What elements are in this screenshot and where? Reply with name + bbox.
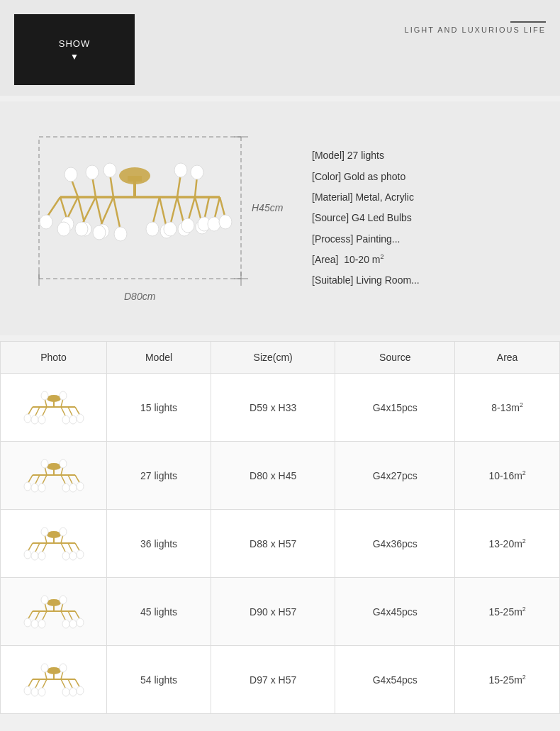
svg-point-134 [69, 620, 77, 628]
svg-point-75 [77, 414, 84, 423]
lamp-thumbnail [22, 655, 86, 705]
table-row: 27 lightsD80 x H45G4x27pcs10-16m2 [1, 442, 560, 510]
svg-point-43 [114, 227, 127, 241]
svg-point-52 [219, 215, 232, 229]
svg-point-133 [62, 620, 69, 628]
table-cell-photo [1, 374, 107, 442]
svg-point-113 [62, 552, 69, 560]
svg-point-40 [75, 222, 88, 236]
table-cell-model: 27 lights [107, 442, 211, 510]
svg-rect-139 [51, 671, 57, 674]
svg-point-71 [31, 415, 38, 424]
svg-point-53 [65, 167, 77, 182]
table-cell-area: 13-20m2 [455, 510, 560, 578]
svg-point-136 [41, 596, 48, 604]
svg-point-93 [62, 484, 69, 492]
table-cell-photo [1, 510, 107, 578]
svg-point-110 [24, 550, 31, 559]
svg-rect-119 [51, 603, 57, 606]
svg-point-77 [60, 391, 67, 400]
svg-point-157 [60, 664, 67, 672]
table-cell-size: D59 x H33 [211, 374, 335, 442]
svg-point-73 [62, 415, 69, 424]
svg-text:H45cm: H45cm [252, 202, 284, 213]
svg-point-91 [31, 484, 38, 492]
table-row: 54 lightsD97 x H57G4x54pcs15-25m2 [1, 646, 560, 714]
svg-line-21 [113, 197, 121, 230]
svg-point-130 [24, 618, 31, 627]
svg-point-90 [24, 482, 31, 491]
svg-line-22 [152, 197, 159, 225]
svg-point-150 [24, 686, 31, 695]
brand-text: LIGHT AND LUXURIOUS LIFE [405, 26, 546, 34]
table-section: Photo Model Size(cm) Source Area [0, 341, 560, 714]
spec-process: [Process] Painting... [312, 229, 539, 250]
product-image-area: H45cm D80cm [21, 116, 291, 321]
product-chandelier-image: H45cm D80cm [21, 116, 291, 321]
svg-rect-59 [51, 398, 57, 401]
svg-point-112 [38, 552, 45, 560]
svg-point-74 [69, 415, 77, 424]
table-cell-area: 15-25m2 [455, 578, 560, 646]
svg-point-70 [24, 414, 31, 423]
svg-line-23 [159, 197, 167, 228]
svg-point-92 [38, 484, 45, 492]
spec-model: [Model] 27 lights [312, 145, 539, 166]
svg-point-152 [38, 688, 45, 696]
top-section: SHOW ▼ LIGHT AND LUXURIOUS LIFE [0, 0, 560, 96]
table-cell-size: D90 x H57 [211, 578, 335, 646]
svg-point-57 [191, 165, 203, 179]
table-cell-model: 15 lights [107, 374, 211, 442]
product-section: H45cm D80cm [0, 101, 560, 335]
table-row: 45 lightsD90 x H57G4x45pcs15-25m2 [1, 578, 560, 646]
table-cell-size: D80 x H45 [211, 442, 335, 510]
lamp-thumbnail [22, 587, 86, 637]
table-cell-source: G4x27pcs [335, 442, 455, 510]
svg-point-38 [57, 222, 70, 236]
product-table: Photo Model Size(cm) Source Area [0, 341, 560, 714]
spec-source: [Source] G4 Led Bulbs [312, 208, 539, 228]
table-cell-photo [1, 646, 107, 714]
svg-point-151 [31, 688, 38, 696]
svg-point-56 [174, 163, 187, 177]
svg-point-153 [62, 688, 69, 696]
svg-rect-79 [51, 467, 57, 469]
lamp-thumbnail [22, 451, 86, 501]
table-cell-area: 10-16m2 [455, 442, 560, 510]
table-cell-area: 15-25m2 [455, 646, 560, 714]
svg-point-131 [31, 620, 38, 628]
svg-line-24 [170, 197, 177, 225]
brand-area: LIGHT AND LUXURIOUS LIFE [405, 14, 546, 34]
svg-rect-99 [51, 535, 57, 537]
svg-point-48 [181, 218, 194, 233]
table-cell-model: 45 lights [107, 578, 211, 646]
svg-point-54 [86, 165, 99, 179]
svg-point-46 [164, 222, 177, 236]
table-cell-source: G4x54pcs [335, 646, 455, 714]
svg-point-156 [41, 664, 48, 672]
table-cell-photo [1, 578, 107, 646]
col-header-area: Area [455, 342, 560, 374]
svg-point-36 [40, 215, 52, 229]
table-row: 36 lightsD88 x H57G4x36pcs13-20m2 [1, 510, 560, 578]
table-cell-model: 36 lights [107, 510, 211, 578]
chevron-down-icon: ▼ [70, 52, 79, 62]
svg-point-116 [41, 528, 48, 536]
svg-point-132 [38, 620, 45, 628]
svg-point-55 [103, 163, 116, 177]
col-header-photo: Photo [1, 342, 107, 374]
table-row: 15 lightsD59 x H33G4x15pcs8-13m2 [1, 374, 560, 442]
spec-material: [Material] Metal, Acrylic [312, 187, 539, 208]
svg-point-96 [41, 459, 48, 468]
lamp-thumbnail [22, 519, 86, 569]
svg-point-155 [77, 686, 84, 695]
svg-point-44 [146, 222, 159, 236]
svg-point-97 [60, 459, 67, 468]
svg-point-135 [77, 618, 84, 627]
svg-point-137 [60, 596, 67, 604]
table-cell-area: 8-13m2 [455, 374, 560, 442]
show-button[interactable]: SHOW ▼ [14, 14, 135, 85]
svg-point-76 [41, 391, 48, 400]
svg-point-94 [69, 484, 77, 492]
table-cell-source: G4x36pcs [335, 510, 455, 578]
